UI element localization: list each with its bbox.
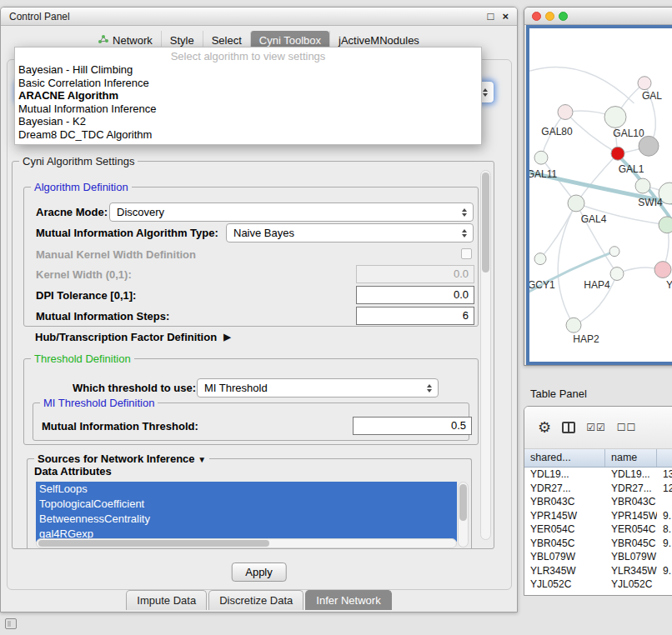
data-attributes-list[interactable]: SelfLoopsTopologicalCoefficientBetweenne… [36, 482, 457, 542]
table-cell: YPR145W [524, 509, 605, 523]
table-cell: YPR145W [605, 509, 657, 523]
algorithm-option[interactable]: ARACNE Algorithm [15, 89, 481, 102]
table-row[interactable]: YPR145WYPR145W9. [524, 509, 672, 523]
sources-toggle[interactable]: Sources for Network Inference ▼ [34, 452, 209, 466]
close-window-icon[interactable]: × [502, 10, 509, 22]
manual-kernel-label: Manual Kernel Width Definition [36, 248, 196, 261]
network-edge [529, 68, 634, 103]
network-node-label: GAL11 [529, 168, 558, 180]
data-attributes-label: Data Attributes [34, 465, 112, 478]
window-title: Control Panel [9, 11, 488, 22]
algorithm-option[interactable]: Bayesian - K2 [15, 115, 481, 128]
data-attribute-item[interactable]: TopologicalCoefficient [36, 497, 457, 512]
mi-algorithm-type-combo[interactable]: Naive Bayes [226, 223, 474, 242]
tab-impute-data[interactable]: Impute Data [126, 590, 207, 610]
network-canvas[interactable]: GAL80GALGAL10GAL11GAL1SWI4GAL4GCY1HAP4HA… [526, 25, 672, 365]
table-row[interactable]: YLR345WYLR345W9. [524, 564, 672, 578]
mi-steps-label: Mutual Information Steps: [36, 310, 169, 322]
network-node[interactable] [534, 253, 546, 265]
algorithm-definition-group: Algorithm Definition Aracne Mode: Discov… [23, 187, 479, 327]
network-node[interactable] [609, 247, 619, 257]
mi-threshold-group: MI Threshold Definition Mutual Informati… [33, 402, 469, 441]
table-cell: YLR345W [524, 564, 605, 578]
network-node[interactable] [610, 268, 624, 281]
table-row[interactable]: YBR043CYBR043C [524, 495, 672, 509]
network-node[interactable] [654, 262, 671, 278]
panel-toggle-icon[interactable] [5, 618, 17, 629]
algorithm-option[interactable]: Bayesian - Hill Climbing [15, 63, 481, 77]
mi-steps-field[interactable]: 6 [356, 307, 474, 325]
network-node[interactable] [558, 105, 573, 120]
aracne-mode-label: Aracne Mode: [36, 206, 108, 218]
network-node[interactable] [566, 318, 581, 332]
dpi-tolerance-field[interactable]: 0.0 [356, 286, 474, 304]
tab-label: jActiveMNodules [339, 34, 419, 47]
table-cell [657, 495, 672, 509]
close-traffic-light-icon[interactable] [532, 12, 541, 21]
tab-infer-network[interactable]: Infer Network [305, 590, 391, 610]
table-panel-window: ⚙ ☑☑ ☐☐ shared... name YDL19...YDL19...1… [524, 406, 672, 596]
attributes-hscrollbar[interactable] [36, 538, 457, 548]
mi-threshold-field[interactable]: 0.5 [353, 417, 472, 435]
float-window-icon[interactable]: □ [488, 10, 494, 22]
network-node[interactable] [638, 77, 651, 90]
tab-label: Select [212, 34, 242, 47]
threshold-type-combo[interactable]: MI Threshold [197, 378, 439, 398]
control-panel-titlebar[interactable]: Control Panel □ × [1, 8, 517, 26]
table-cell: 9. [657, 537, 672, 551]
table-cell: 9. [657, 509, 672, 523]
kernel-width-field[interactable]: 0.0 [356, 265, 474, 283]
table-row[interactable]: YBR045CYBR045C9. [524, 537, 672, 551]
network-node-label: GAL10 [613, 128, 644, 139]
network-node[interactable] [568, 195, 584, 212]
algorithm-option[interactable]: Dream8 DC_TDC Algorithm [15, 128, 481, 142]
gear-icon[interactable]: ⚙ [538, 420, 551, 435]
table-row[interactable]: YDR27...YDR27...12 [524, 482, 672, 496]
column-header-name[interactable]: name [605, 449, 657, 467]
column-header-shared-name[interactable]: shared... [524, 449, 605, 467]
network-node[interactable] [604, 107, 626, 128]
algorithm-option[interactable]: Mutual Information Inference [15, 102, 481, 116]
zoom-traffic-light-icon[interactable] [559, 12, 568, 21]
table-cell: YDL19... [605, 468, 657, 482]
table-cell: YDR27... [524, 482, 605, 496]
column-header-extra[interactable] [657, 449, 672, 467]
network-node[interactable] [611, 147, 624, 160]
tab-discretize-data[interactable]: Discretize Data [208, 590, 303, 610]
network-node[interactable] [659, 217, 672, 233]
manual-kernel-checkbox[interactable] [461, 248, 472, 259]
columns-icon[interactable] [562, 422, 575, 433]
table-row[interactable]: YJL052CYJL052C [524, 578, 672, 592]
select-all-icon[interactable]: ☑☑ [586, 422, 606, 432]
network-node[interactable] [534, 151, 548, 164]
network-node-label: GCY1 [529, 279, 555, 291]
table-row[interactable]: YDL19...YDL19...13 [524, 468, 672, 482]
table-cell: YBL079W [605, 550, 657, 564]
tab-label: Network [113, 34, 153, 47]
network-window-titlebar[interactable] [524, 8, 672, 25]
algorithm-options-list: Bayesian - Hill ClimbingBasic Correlatio… [15, 63, 481, 141]
table-cell: YBR045C [524, 537, 605, 551]
threshold-type-value: MI Threshold [204, 382, 268, 394]
combo-stepper-icon [483, 88, 488, 97]
network-node-label: HAP2 [573, 333, 599, 345]
deselect-all-icon[interactable]: ☐☐ [617, 422, 637, 432]
data-attribute-item[interactable]: SelfLoops [36, 482, 457, 497]
network-node[interactable] [635, 178, 650, 193]
data-attribute-item[interactable]: BetweennessCentrality [36, 512, 457, 527]
apply-button[interactable]: Apply [231, 562, 287, 582]
mi-algorithm-type-label: Mutual Information Algorithm Type: [36, 227, 218, 239]
table-cell: 8. [657, 522, 672, 537]
table-row[interactable]: YBL079WYBL079W [524, 550, 672, 564]
settings-scrollbar[interactable] [480, 170, 491, 540]
algorithm-option[interactable]: Basic Correlation Inference [15, 77, 481, 90]
table-row[interactable]: YER054CYER054C8. [524, 522, 672, 537]
minimize-traffic-light-icon[interactable] [545, 12, 554, 21]
aracne-mode-combo[interactable]: Discovery [109, 202, 474, 222]
threshold-definition-title: Threshold Definition [31, 352, 134, 365]
combo-stepper-icon [462, 229, 467, 238]
algorithm-dropdown-popup: Select algorithm to view settings Bayesi… [14, 47, 482, 145]
attributes-vscrollbar[interactable] [458, 482, 469, 548]
hub-definition-toggle[interactable]: Hub/Transcription Factor Definition ▶ [35, 331, 231, 343]
network-graph: GAL80GALGAL10GAL11GAL1SWI4GAL4GCY1HAP4HA… [529, 28, 672, 362]
